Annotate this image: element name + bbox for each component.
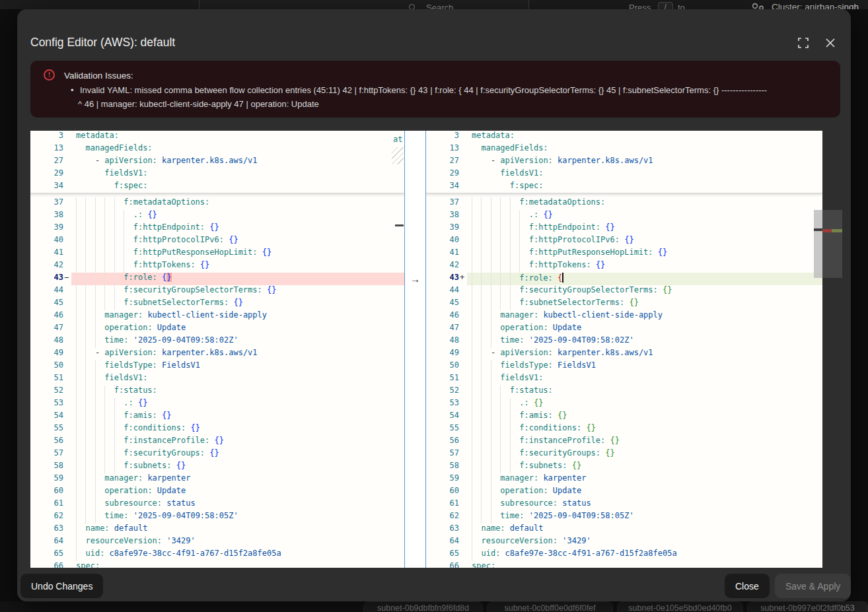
diff-editor-sash[interactable]: →: [404, 131, 426, 568]
revert-change-arrow-icon[interactable]: →: [405, 273, 425, 285]
code-line[interactable]: 45 f:subnetSelectorTerms: {}: [426, 298, 822, 310]
line-number[interactable]: 64: [30, 536, 71, 549]
line-number[interactable]: 41: [426, 248, 467, 260]
line-number[interactable]: 44: [426, 285, 467, 298]
line-content[interactable]: f:spec:: [71, 181, 404, 193]
line-content[interactable]: f:conditions: {}: [71, 423, 404, 436]
code-line[interactable]: 54 f:amis: {}: [30, 411, 404, 423]
line-content[interactable]: operation: Update: [71, 486, 404, 498]
sticky-line[interactable]: 27 - apiVersion: karpenter.k8s.aws/v1: [426, 156, 822, 168]
undo-changes-button[interactable]: Undo Changes: [20, 574, 103, 598]
code-line[interactable]: 59 manager: karpenter: [426, 473, 822, 486]
line-number[interactable]: 38: [30, 210, 71, 222]
line-number[interactable]: 56: [30, 436, 71, 448]
code-line[interactable]: 50 fieldsType: FieldsV1: [426, 360, 822, 373]
line-content[interactable]: .: {}: [467, 210, 822, 222]
table-cell-subnet[interactable]: subnet-0c0bff0e0df6f0fef: [487, 601, 613, 612]
line-content[interactable]: name: default: [467, 524, 822, 536]
code-line[interactable]: 46 manager: kubectl-client-side-apply: [30, 310, 404, 323]
code-line[interactable]: 47 operation: Update: [426, 323, 822, 335]
code-line[interactable]: 44 f:securityGroupSelectorTerms: {}: [426, 285, 822, 298]
code-line[interactable]: 49 - apiVersion: karpenter.k8s.aws/v1: [30, 348, 404, 360]
code-line[interactable]: 54 f:amis: {}: [426, 411, 822, 423]
line-number[interactable]: 59: [426, 473, 467, 486]
diff-original-editor[interactable]: 3metadata:13 managedFields:27 - apiVersi…: [30, 131, 404, 568]
line-content[interactable]: fieldsType: FieldsV1: [467, 360, 822, 373]
line-content[interactable]: managedFields:: [71, 143, 404, 156]
code-line[interactable]: 52 f:status:: [30, 386, 404, 398]
code-line[interactable]: 62 time: '2025-09-04T09:58:05Z': [30, 511, 404, 524]
line-content[interactable]: fieldsType: FieldsV1: [71, 360, 404, 373]
global-search-input[interactable]: Search Press / to search: [199, 0, 529, 9]
code-line[interactable]: 38 .: {}: [426, 210, 822, 222]
line-content[interactable]: f:amis: {}: [467, 411, 822, 423]
line-number[interactable]: 62: [30, 511, 71, 524]
line-number[interactable]: 3: [426, 131, 467, 143]
line-content[interactable]: .: {}: [71, 210, 404, 222]
line-content[interactable]: f:httpPutResponseHopLimit: {}: [71, 248, 404, 260]
code-line[interactable]: 64 resourceVersion: '3429': [30, 536, 404, 549]
line-content[interactable]: time: '2025-09-04T09:58:02Z': [467, 335, 822, 348]
line-number[interactable]: 44: [30, 285, 71, 298]
line-number[interactable]: 55: [30, 423, 71, 436]
line-number[interactable]: 29: [30, 168, 71, 181]
line-content[interactable]: f:status:: [467, 386, 822, 398]
line-number[interactable]: 42: [426, 260, 467, 273]
line-content[interactable]: .: {}: [467, 398, 822, 411]
line-number[interactable]: 37: [30, 197, 71, 210]
code-line[interactable]: 37 f:metadataOptions:: [426, 197, 822, 210]
diff-modified-editor[interactable]: 3metadata:13 managedFields:27 - apiVersi…: [426, 131, 822, 568]
line-content[interactable]: managedFields:: [467, 143, 822, 156]
line-content[interactable]: f:role: {}: [71, 273, 404, 285]
code-line[interactable]: 47 operation: Update: [30, 323, 404, 335]
line-content[interactable]: f:role: {: [467, 273, 822, 285]
code-line[interactable]: 51 fieldsV1:: [426, 373, 822, 386]
overview-viewport-slider[interactable]: [822, 210, 842, 278]
line-number[interactable]: 51: [30, 373, 71, 386]
code-line[interactable]: 66spec:: [426, 561, 822, 568]
line-number[interactable]: 46: [426, 310, 467, 323]
line-number[interactable]: 42: [30, 260, 71, 273]
code-line[interactable]: 39 f:httpEndpoint: {}: [426, 222, 822, 235]
sticky-line[interactable]: 3metadata:: [426, 131, 822, 143]
line-content[interactable]: - apiVersion: karpenter.k8s.aws/v1: [71, 156, 404, 168]
line-number[interactable]: 27: [426, 156, 467, 168]
line-content[interactable]: spec:: [71, 561, 404, 568]
vertical-scrollbar-thumb[interactable]: [814, 210, 822, 278]
line-content[interactable]: f:httpPutResponseHopLimit: {}: [467, 248, 822, 260]
line-content[interactable]: time: '2025-09-04T09:58:02Z': [71, 335, 404, 348]
line-number[interactable]: 48: [30, 335, 71, 348]
code-line[interactable]: 57 f:securityGroups: {}: [426, 448, 822, 461]
code-line[interactable]: 48 time: '2025-09-04T09:58:02Z': [30, 335, 404, 348]
code-line[interactable]: 60 operation: Update: [426, 486, 822, 498]
line-content[interactable]: time: '2025-09-04T09:58:05Z': [71, 511, 404, 524]
line-number[interactable]: 64: [426, 536, 467, 549]
close-modal-button[interactable]: [824, 37, 838, 50]
line-number[interactable]: 47: [426, 323, 467, 335]
line-number[interactable]: 55: [426, 423, 467, 436]
code-line[interactable]: 62 time: '2025-09-04T09:58:05Z': [426, 511, 822, 524]
line-content[interactable]: operation: Update: [71, 323, 404, 335]
line-number[interactable]: 39: [426, 222, 467, 235]
line-content[interactable]: f:metadataOptions:: [467, 197, 822, 210]
line-number[interactable]: 63: [426, 524, 467, 536]
code-line[interactable]: 41 f:httpPutResponseHopLimit: {}: [30, 248, 404, 260]
line-content[interactable]: f:subnets: {}: [71, 461, 404, 473]
line-number[interactable]: 62: [426, 511, 467, 524]
line-content[interactable]: operation: Update: [467, 323, 822, 335]
line-content[interactable]: time: '2025-09-04T09:58:05Z': [467, 511, 822, 524]
line-content[interactable]: fieldsV1:: [71, 373, 404, 386]
code-line[interactable]: 53 .: {}: [426, 398, 822, 411]
line-number[interactable]: 13: [426, 143, 467, 156]
line-number[interactable]: 63: [30, 524, 71, 536]
line-content[interactable]: f:subnetSelectorTerms: {}: [71, 298, 404, 310]
sticky-line[interactable]: 34 f:spec:: [30, 181, 404, 193]
code-line[interactable]: 60 operation: Update: [30, 486, 404, 498]
line-content[interactable]: f:securityGroups: {}: [71, 448, 404, 461]
line-content[interactable]: resourceVersion: '3429': [467, 536, 822, 549]
line-number[interactable]: 39: [30, 222, 71, 235]
code-line[interactable]: 58 f:subnets: {}: [426, 461, 822, 473]
line-content[interactable]: f:conditions: {}: [467, 423, 822, 436]
line-content[interactable]: name: default: [71, 524, 404, 536]
line-number[interactable]: 59: [30, 473, 71, 486]
